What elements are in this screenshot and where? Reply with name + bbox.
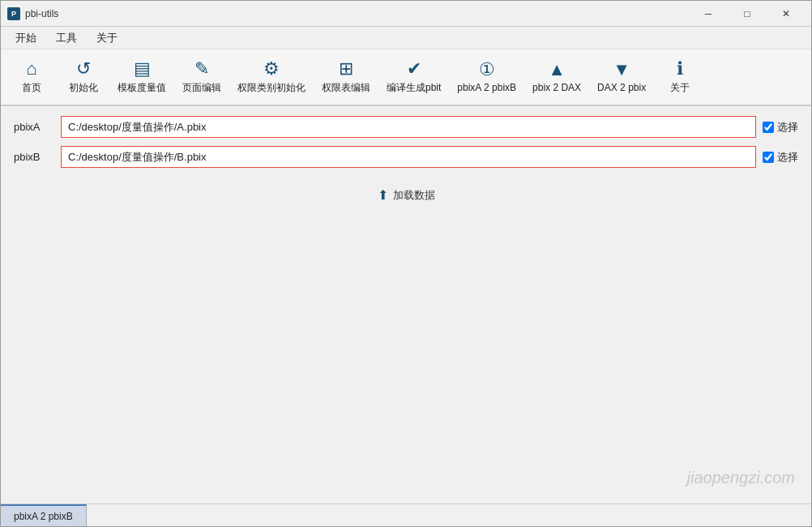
app-window: P pbi-utils ─ □ ✕ 开始 工具 关于 ⌂ 首页 ↺ 初始化 ▤ …	[0, 0, 812, 527]
gear-icon: ⚙	[263, 60, 280, 78]
toolbar-template[interactable]: ▤ 模板度量值	[111, 57, 173, 98]
load-btn-area: ⬆ 加载数据	[14, 182, 798, 208]
toolbar-about[interactable]: ℹ 关于	[656, 57, 704, 98]
pbixB-input-wrapper	[61, 146, 756, 168]
minimize-button[interactable]: ─	[690, 3, 727, 24]
title-bar-left: P pbi-utils	[7, 7, 58, 20]
close-button[interactable]: ✕	[767, 3, 805, 24]
maximize-button[interactable]: □	[729, 3, 766, 24]
load-data-button[interactable]: ⬆ 加载数据	[361, 182, 451, 208]
template-icon: ▤	[134, 60, 151, 78]
info-icon: ℹ	[677, 60, 683, 78]
pbixA-row: pbixA 选择	[14, 116, 798, 138]
pbixB-label: pbixB	[14, 151, 54, 163]
toolbar-page-edit[interactable]: ✎ 页面编辑	[176, 57, 228, 98]
refresh-icon: ↺	[76, 60, 91, 78]
menu-item-about[interactable]: 关于	[88, 28, 126, 49]
load-icon: ⬆	[378, 187, 388, 203]
toolbar-init[interactable]: ↺ 初始化	[59, 57, 108, 98]
toolbar-compile[interactable]: ✔ 编译生成pbit	[380, 57, 447, 98]
app-icon: P	[7, 7, 20, 20]
home-icon: ⌂	[26, 60, 36, 78]
toolbar-perm-init[interactable]: ⚙ 权限类别初始化	[231, 57, 312, 98]
toolbar-dax2pbix[interactable]: ▼ DAX 2 pbix	[591, 58, 652, 96]
pbixA-input[interactable]	[62, 117, 755, 137]
toolbar-pbix2dax[interactable]: ▲ pbix 2 DAX	[526, 58, 588, 96]
pbixA-label: pbixA	[14, 121, 54, 133]
download-icon: ▼	[613, 61, 630, 79]
pbixB-row: pbixB 选择	[14, 146, 798, 168]
pbixB-checkbox[interactable]	[763, 152, 774, 163]
edit-icon: ✎	[194, 60, 209, 78]
toolbar-pbixA2pbixB[interactable]: ① pbixA 2 pbixB	[451, 58, 523, 96]
circled-one-icon: ①	[479, 61, 495, 79]
toolbar: ⌂ 首页 ↺ 初始化 ▤ 模板度量值 ✎ 页面编辑 ⚙ 权限类别初始化 ⊞ 权限…	[1, 49, 811, 106]
status-bar: pbixA 2 pbixB	[1, 503, 811, 526]
pbixA-checkbox[interactable]	[763, 122, 774, 133]
title-bar: P pbi-utils ─ □ ✕	[1, 1, 811, 27]
toolbar-perm-table[interactable]: ⊞ 权限表编辑	[315, 57, 377, 98]
pbixB-checkbox-label[interactable]: 选择	[763, 150, 798, 165]
menu-bar: 开始 工具 关于	[1, 27, 811, 49]
pbixB-input[interactable]	[62, 147, 755, 167]
check-icon: ✔	[407, 60, 421, 78]
status-tab-active[interactable]: pbixA 2 pbixB	[1, 504, 87, 526]
menu-item-tools[interactable]: 工具	[48, 28, 85, 49]
table-icon: ⊞	[339, 60, 353, 78]
pbixA-input-wrapper	[61, 116, 756, 138]
watermark: jiaopengzi.com	[687, 469, 795, 487]
main-content: pbixA 选择 pbixB 选择 ⬆ 加载数据	[1, 106, 811, 503]
upload-icon: ▲	[548, 61, 566, 79]
window-controls: ─ □ ✕	[690, 3, 805, 24]
menu-item-start[interactable]: 开始	[7, 28, 45, 49]
pbixA-checkbox-label[interactable]: 选择	[763, 120, 798, 135]
window-title: pbi-utils	[25, 8, 58, 19]
toolbar-home[interactable]: ⌂ 首页	[7, 57, 56, 98]
